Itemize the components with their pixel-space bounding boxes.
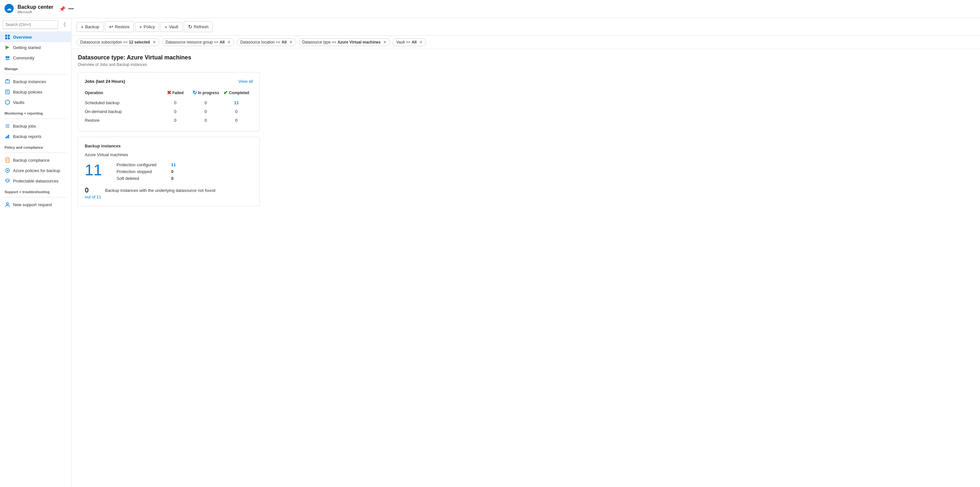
filter-location[interactable]: Datasource location == All ✕	[237, 38, 296, 46]
filter-type[interactable]: Datasource type == Azure Virtual machine…	[299, 38, 390, 46]
row-restore-inprogress: 0	[192, 116, 223, 125]
svg-point-27	[6, 202, 8, 205]
page-subtitle: Overview of Jobs and Backup instances	[78, 62, 974, 67]
row-ondemand-failed: 0	[161, 107, 192, 116]
app-title: Backup center Microsoft	[18, 4, 53, 14]
row-scheduled-completed: 11	[223, 99, 253, 107]
sidebar-item-getting-started-label: Getting started	[13, 45, 41, 50]
sidebar-item-protectable-datasources-label: Protectable datasources	[13, 178, 59, 183]
top-bar: ☁ Backup center Microsoft 📌 •••	[0, 0, 980, 18]
filter-close-icon[interactable]: ✕	[383, 40, 387, 45]
svg-point-9	[5, 59, 10, 60]
bi-stat-row: Soft deleted 0	[116, 176, 253, 181]
stat-protection-configured-val[interactable]: 11	[171, 162, 176, 167]
filter-subscription[interactable]: Datasource subscription == 12 selected ✕	[76, 38, 159, 46]
refresh-button[interactable]: ↻ Refresh	[184, 21, 213, 32]
row-restore-completed: 0	[223, 116, 253, 125]
filter-close-icon[interactable]: ✕	[290, 40, 293, 45]
row-ondemand-inprogress: 0	[192, 107, 223, 116]
sidebar-item-backup-jobs-label: Backup jobs	[13, 124, 36, 129]
jobs-card-title: Jobs (last 24 Hours)	[85, 79, 125, 84]
table-row: Restore 0 0 0	[85, 116, 253, 125]
row-scheduled-operation: Scheduled backup	[85, 99, 161, 107]
azure-policies-icon	[5, 167, 10, 173]
jobs-table: Operation ✖ Failed ↻	[85, 88, 253, 125]
more-icon[interactable]: •••	[68, 6, 74, 12]
pin-icon[interactable]: 📌	[59, 6, 65, 12]
sidebar-item-overview[interactable]: Overview	[0, 32, 71, 42]
sidebar-item-vaults[interactable]: Vaults	[0, 97, 71, 107]
sidebar-item-backup-compliance[interactable]: Backup compliance	[0, 155, 71, 165]
svg-rect-2	[5, 35, 7, 37]
support-divider	[5, 197, 67, 197]
policy-section-label: Policy and compliance	[0, 142, 71, 151]
sidebar-item-vaults-label: Vaults	[13, 100, 24, 105]
jobs-card: Jobs (last 24 Hours) View all Operation …	[78, 72, 260, 132]
filter-vault[interactable]: Vault == All ✕	[393, 38, 426, 46]
filter-close-icon[interactable]: ✕	[227, 40, 231, 45]
policy-divider	[5, 153, 67, 153]
svg-point-8	[8, 56, 10, 58]
top-bar-icons: 📌 •••	[59, 6, 74, 12]
page-content: Datasource type: Azure Virtual machines …	[72, 49, 980, 487]
sidebar-item-backup-compliance-label: Backup compliance	[13, 158, 50, 163]
getting-started-icon	[5, 45, 10, 50]
backup-compliance-icon	[5, 157, 10, 163]
sidebar-item-overview-label: Overview	[13, 35, 32, 40]
sidebar-item-community-label: Community	[13, 56, 34, 60]
stat-soft-deleted-val: 0	[171, 176, 173, 181]
community-icon	[5, 55, 10, 61]
search-input[interactable]	[3, 21, 58, 29]
policy-button[interactable]: + Policy	[135, 22, 159, 32]
backup-instances-icon	[5, 79, 10, 84]
col-completed-header: ✔ Completed	[223, 88, 253, 99]
refresh-icon: ↻	[188, 24, 192, 30]
sidebar-item-azure-policies[interactable]: Azure policies for backup	[0, 165, 71, 176]
col-operation-header: Operation	[85, 88, 161, 99]
inprogress-icon: ↻	[192, 90, 197, 96]
policy-plus-icon: +	[139, 24, 142, 30]
app-logo: ☁	[4, 3, 14, 14]
manage-section-label: Manage	[0, 63, 71, 72]
filter-close-icon[interactable]: ✕	[419, 40, 422, 45]
view-all-link[interactable]: View all	[239, 79, 253, 84]
restore-icon: ↩	[109, 24, 113, 30]
filter-resource-group[interactable]: Datasource resource group == All ✕	[162, 38, 234, 46]
vault-button[interactable]: + Vault	[161, 22, 183, 32]
collapse-icon[interactable]: 《	[58, 20, 68, 30]
stat-protection-stopped-val: 0	[171, 169, 173, 174]
sidebar-item-getting-started[interactable]: Getting started	[0, 42, 71, 53]
overview-icon	[5, 34, 10, 40]
stat-protection-configured-label: Protection configured	[116, 162, 169, 167]
svg-rect-19	[7, 136, 8, 138]
sidebar-item-backup-policies[interactable]: Backup policies	[0, 87, 71, 97]
backup-button[interactable]: + Backup	[76, 22, 103, 32]
svg-marker-6	[6, 45, 10, 49]
sidebar-item-community[interactable]: Community	[0, 53, 71, 63]
col-inprogress-header: ↻ In progress	[192, 88, 223, 99]
filter-close-icon[interactable]: ✕	[153, 40, 156, 45]
backup-plus-icon: +	[81, 24, 83, 30]
svg-point-26	[6, 179, 10, 181]
svg-rect-5	[8, 37, 10, 39]
bi-big-number[interactable]: 11	[85, 162, 108, 178]
support-icon	[5, 202, 10, 207]
sidebar-item-backup-jobs[interactable]: Backup jobs	[0, 121, 71, 131]
row-ondemand-completed: 0	[223, 107, 253, 116]
sidebar-item-backup-reports[interactable]: Backup reports	[0, 131, 71, 142]
bi-stat-row: Protection stopped 0	[116, 169, 253, 174]
svg-rect-4	[5, 37, 7, 39]
bi-section-title: Backup instances	[85, 143, 253, 148]
row-scheduled-inprogress: 0	[192, 99, 223, 107]
svg-rect-3	[8, 35, 10, 37]
sidebar-item-new-support[interactable]: New support request	[0, 199, 71, 210]
sidebar-item-azure-policies-label: Azure policies for backup	[13, 168, 60, 173]
sidebar-item-backup-instances[interactable]: Backup instances	[0, 76, 71, 87]
col-failed-header: ✖ Failed	[161, 88, 192, 99]
backup-policies-icon	[5, 89, 10, 95]
bi-stats: Protection configured 11 Protection stop…	[116, 162, 253, 181]
restore-button[interactable]: ↩ Restore	[105, 21, 134, 32]
monitoring-divider	[5, 118, 67, 119]
sidebar-item-protectable-datasources[interactable]: Protectable datasources	[0, 176, 71, 186]
stat-protection-stopped-label: Protection stopped	[116, 169, 169, 174]
